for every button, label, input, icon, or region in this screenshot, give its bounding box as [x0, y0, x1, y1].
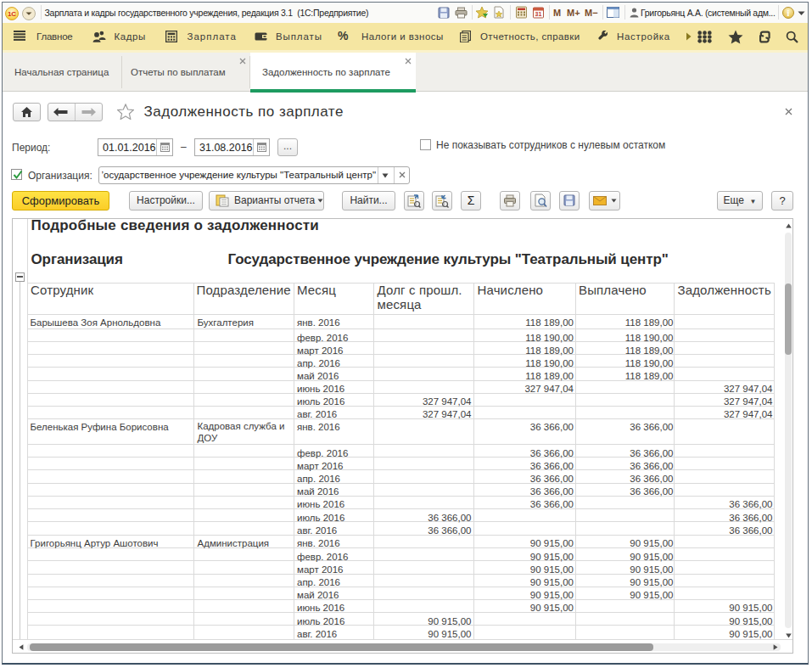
svg-text:1С: 1С [8, 10, 16, 18]
svg-text:31: 31 [535, 11, 542, 17]
svg-text:i: i [787, 8, 790, 18]
